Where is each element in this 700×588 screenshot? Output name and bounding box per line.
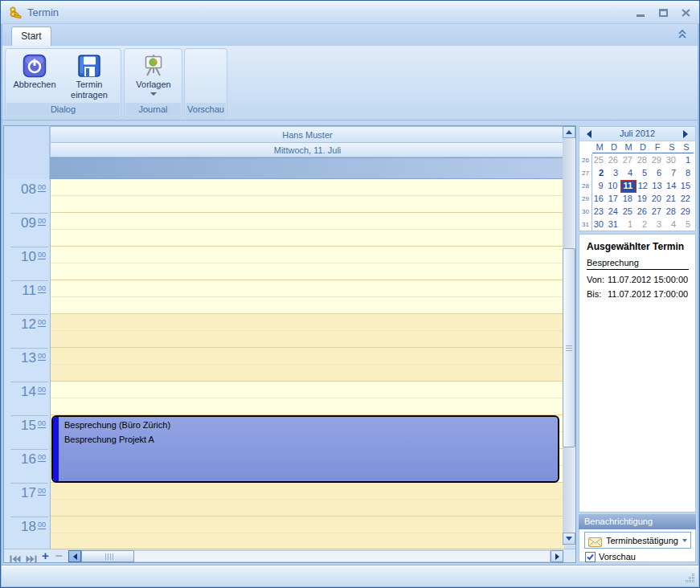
calendar-day-30[interactable]: 30 <box>665 154 679 167</box>
scroll-right-button[interactable] <box>551 550 563 562</box>
maximize-icon <box>659 9 668 17</box>
calendar-day-13[interactable]: 13 <box>651 180 665 193</box>
timeslot-18:00[interactable] <box>51 517 564 533</box>
calendar-day-2[interactable]: 2 <box>592 167 607 180</box>
calendar-day-17[interactable]: 17 <box>607 193 621 206</box>
timeslot-14:00[interactable] <box>51 382 564 398</box>
calendar-day-6[interactable]: 6 <box>650 167 665 180</box>
timeslot-12:30[interactable] <box>51 331 564 348</box>
calendar-day-29[interactable]: 29 <box>650 154 665 167</box>
calendar-day-12[interactable]: 12 <box>637 180 651 193</box>
calendar-day-16[interactable]: 16 <box>592 193 607 206</box>
calendar-day-27[interactable]: 27 <box>650 206 665 218</box>
calendar-day-28[interactable]: 28 <box>665 206 679 218</box>
horizontal-scroll-thumb[interactable] <box>81 550 134 562</box>
minimize-button[interactable] <box>635 7 646 18</box>
tab-start[interactable]: Start <box>11 27 51 46</box>
timeslot-13:30[interactable] <box>51 365 564 382</box>
all-day-area[interactable] <box>50 157 564 179</box>
vertical-scrollbar[interactable] <box>563 126 575 545</box>
timeslot-10:00[interactable] <box>51 247 564 263</box>
vertical-scroll-thumb[interactable] <box>563 248 575 447</box>
timeslot-13:00[interactable] <box>51 348 564 365</box>
calendar-day-24[interactable]: 24 <box>607 206 621 218</box>
calendar-day-21[interactable]: 21 <box>665 193 679 206</box>
hour-label-15: 1500 <box>4 415 50 449</box>
horizontal-scrollbar[interactable] <box>68 550 551 562</box>
timeslot-11:30[interactable] <box>51 297 564 314</box>
timeslot-10:30[interactable] <box>51 263 564 280</box>
close-button[interactable] <box>680 7 691 18</box>
skip-last-icon <box>26 555 37 563</box>
zoom-in-button[interactable]: + <box>42 549 49 562</box>
calendar-day-25[interactable]: 25 <box>621 206 636 218</box>
first-appointment-button[interactable] <box>10 552 22 560</box>
last-appointment-button[interactable] <box>26 552 38 560</box>
dropdown-caret-icon <box>150 92 157 96</box>
scroll-down-button[interactable] <box>563 533 575 545</box>
calendar-day-10[interactable]: 10 <box>607 180 621 193</box>
collapse-ribbon-button[interactable] <box>677 28 690 41</box>
timeslot-08:00[interactable] <box>51 179 564 196</box>
calendar-day-18[interactable]: 18 <box>621 193 636 206</box>
calendar-day-20[interactable]: 20 <box>650 193 665 206</box>
calendar-day-4[interactable]: 4 <box>621 167 636 180</box>
thumb-grip-icon <box>108 553 108 560</box>
notification-type-dropdown[interactable]: Terminbestätigung <box>584 532 691 549</box>
timeslot-09:00[interactable] <box>51 213 564 230</box>
calendar-day-25[interactable]: 25 <box>592 154 607 167</box>
calendar-day-26[interactable]: 26 <box>636 206 650 218</box>
calendar-day-23[interactable]: 23 <box>592 206 607 218</box>
scroll-left-button[interactable] <box>68 550 81 562</box>
to-row: Bis:11.07.2012 17:00:00 <box>587 289 688 299</box>
calendar-day-28[interactable]: 28 <box>636 154 650 167</box>
timeslot-18:30[interactable] <box>51 533 564 550</box>
calendar-day-31[interactable]: 31 <box>607 218 621 231</box>
calendar-day-5[interactable]: 5 <box>679 218 694 231</box>
left-arrow-icon <box>73 553 77 560</box>
hour-label-16: 1600 <box>4 449 50 483</box>
termin-eintragen-button[interactable]: Termin eintragen <box>62 51 117 100</box>
calendar-day-27[interactable]: 27 <box>621 154 636 167</box>
vorlagen-button[interactable]: Vorlagen <box>126 51 181 96</box>
resize-grip[interactable] <box>683 571 695 583</box>
abbrechen-button[interactable]: Abbrechen <box>7 51 62 100</box>
next-month-button[interactable] <box>682 130 690 138</box>
calendar-day-3[interactable]: 3 <box>650 218 665 231</box>
timeslot-14:30[interactable] <box>51 398 564 415</box>
calendar-day-14[interactable]: 14 <box>665 180 680 193</box>
timeslot-17:00[interactable] <box>51 483 564 500</box>
abbrechen-label: Abbrechen <box>7 80 62 90</box>
calendar-day-11-selected[interactable]: 11 <box>620 180 637 193</box>
timeslot-08:30[interactable] <box>51 196 564 213</box>
save-icon <box>77 54 101 78</box>
calendar-day-5[interactable]: 5 <box>636 167 650 180</box>
timeslot-12:00[interactable] <box>51 314 564 331</box>
calendar-day-19[interactable]: 19 <box>636 193 650 206</box>
notification-panel: Terminbestätigung Vorschau <box>579 529 696 562</box>
calendar-day-26[interactable]: 26 <box>607 154 621 167</box>
timeslot-11:00[interactable] <box>51 280 564 297</box>
calendar-day-7[interactable]: 7 <box>665 167 679 180</box>
calendar-day-9[interactable]: 9 <box>592 180 607 193</box>
scroll-up-button[interactable] <box>563 126 575 138</box>
calendar-day-4[interactable]: 4 <box>665 218 679 231</box>
calendar-day-29[interactable]: 29 <box>679 206 694 218</box>
appointment-besprechung[interactable]: Besprechung (Büro Zürich) Besprechung Pr… <box>51 415 559 483</box>
calendar-day-22[interactable]: 22 <box>679 193 694 206</box>
calendar-day-2[interactable]: 2 <box>636 218 650 231</box>
group-caption-vorschau: Vorschau <box>186 103 226 116</box>
calendar-day-1[interactable]: 1 <box>679 154 694 167</box>
maximize-button[interactable] <box>657 7 669 18</box>
timeslot-09:30[interactable] <box>51 230 564 247</box>
timeslot-17:30[interactable] <box>51 500 564 517</box>
calendar-day-30[interactable]: 30 <box>592 218 607 231</box>
calendar-day-3[interactable]: 3 <box>607 167 621 180</box>
title-bar[interactable]: Termin <box>1 1 699 24</box>
zoom-out-button[interactable]: − <box>55 549 63 562</box>
calendar-day-1[interactable]: 1 <box>621 218 636 231</box>
calendar-day-15[interactable]: 15 <box>679 180 694 193</box>
calendar-day-8[interactable]: 8 <box>679 167 694 180</box>
vorschau-checkbox[interactable]: Vorschau <box>585 551 636 561</box>
group-caption-dialog: Dialog <box>6 103 120 116</box>
